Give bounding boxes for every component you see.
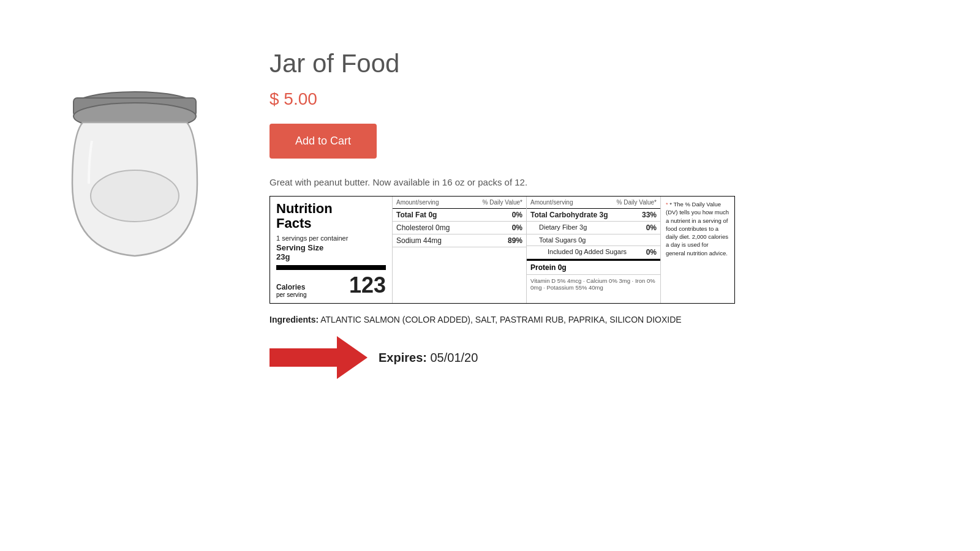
nutrition-calories-value: 123 xyxy=(349,272,386,298)
footnote-star: * xyxy=(666,201,668,208)
nutrition-middle-panel: Amount/serving % Daily Value* Total Fat … xyxy=(393,197,527,303)
nf-row-cholesterol: Cholesterol 0mg 0% xyxy=(393,222,526,234)
add-to-cart-button[interactable]: Add to Cart xyxy=(270,124,377,159)
expires-row: Expires: 05/01/20 xyxy=(270,333,796,382)
nutrition-header-left: Amount/serving % Daily Value* xyxy=(393,197,526,209)
nf-row-protein: Protein 0g xyxy=(527,259,660,274)
nf-row-total-fat: Total Fat 0g 0% xyxy=(393,209,526,222)
nf-row-added-sugars: Included 0g Added Sugars 0% xyxy=(527,246,660,259)
product-image xyxy=(37,49,233,282)
product-title: Jar of Food xyxy=(270,49,796,78)
product-description: Great with peanut butter. Now available … xyxy=(270,177,796,187)
nutrition-calories-row: Calories per serving 123 xyxy=(276,265,386,298)
nutrition-right-panel: Amount/serving % Daily Value* Total Carb… xyxy=(527,197,661,303)
nutrition-header-right: Amount/serving % Daily Value* xyxy=(527,197,660,209)
nf-row-carbs: Total Carbohydrate 3g 33% xyxy=(527,209,660,222)
nutrition-footnote: * * The % Daily Value (DV) tells you how… xyxy=(661,197,734,303)
product-price: $ 5.00 xyxy=(270,89,796,109)
nutrition-serving-size: Serving Size 23g xyxy=(276,243,386,261)
ingredients-label: Ingredients: xyxy=(270,315,318,324)
svg-point-3 xyxy=(91,170,179,222)
svg-marker-4 xyxy=(270,336,368,379)
nutrition-footer: Vitamin D 5% 4mcg · Calcium 0% 3mg · Iro… xyxy=(527,274,660,293)
arrow-icon xyxy=(270,333,368,382)
nf-row-fiber: Dietary Fiber 3g 0% xyxy=(527,222,660,234)
expires-label: Expires: xyxy=(379,351,427,364)
product-details: Jar of Food $ 5.00 Add to Cart Great wit… xyxy=(270,49,796,382)
nf-row-sodium: Sodium 44mg 89% xyxy=(393,234,526,247)
expires-text: Expires: 05/01/20 xyxy=(379,351,478,365)
nutrition-calories-label: Calories per serving xyxy=(276,283,306,298)
ingredients-section: Ingredients: ATLANTIC SALMON (COLOR ADDE… xyxy=(270,315,735,324)
nutrition-facts: NutritionFacts 1 servings per container … xyxy=(270,196,735,304)
nutrition-servings: 1 servings per container xyxy=(276,234,386,242)
nutrition-title: NutritionFacts xyxy=(276,201,386,231)
nf-row-total-sugars: Total Sugars 0g xyxy=(527,234,660,246)
expires-value: 05/01/20 xyxy=(431,351,478,364)
ingredients-value: ATLANTIC SALMON (COLOR ADDED), SALT, PAS… xyxy=(320,315,681,324)
nutrition-left-panel: NutritionFacts 1 servings per container … xyxy=(270,197,393,303)
